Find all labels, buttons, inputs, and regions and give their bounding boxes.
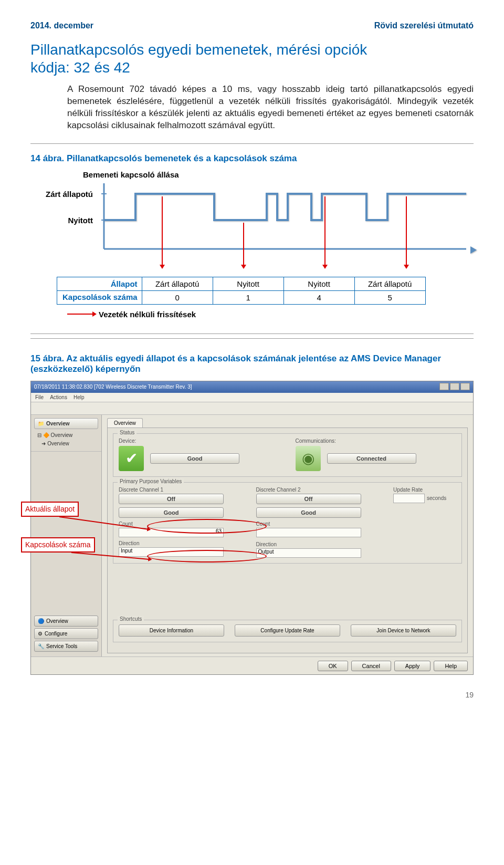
x-axis-arrow-icon [470, 246, 477, 254]
separator [30, 143, 474, 144]
folder-icon: 📁 [38, 421, 44, 426]
figure14-caption: 14 ábra. Pillanatkapcsolós bemenetek és … [30, 153, 474, 164]
group-title-status: Status [118, 430, 136, 435]
label-count2: Count [256, 521, 378, 527]
window-buttons[interactable] [438, 383, 470, 391]
title-line-2: kódja: 32 és 42 [30, 59, 130, 76]
separator [30, 334, 474, 334]
label-seconds: seconds [427, 495, 446, 501]
comm-status-value: Connected [327, 453, 416, 464]
tree-node-2[interactable]: Overview [47, 441, 69, 446]
btn-label: Overview [46, 618, 68, 624]
overview-icon: 🔵 [38, 618, 44, 624]
ch2-good: Good [256, 507, 361, 518]
figure14-chart: Zárt állapotú Nyitott [30, 183, 474, 262]
cell-state-0: Zárt állapotú [142, 277, 213, 290]
header-title: Rövid szerelési útmutató [374, 21, 474, 30]
shortcut-device-info[interactable]: Device Information [119, 624, 224, 637]
tab-overview[interactable]: Overview [107, 418, 143, 428]
figure15-container: Aktuális állapot Kapcsolások száma 07/18… [30, 381, 474, 675]
state-table: Állapot Zárt állapotú Nyitott Nyitott Zá… [57, 277, 426, 305]
btn-label: Service Tools [46, 643, 77, 649]
check-icon: ✔ [119, 446, 144, 471]
menu-file[interactable]: File [35, 394, 44, 400]
sidebar-tree[interactable]: ⊟ 🔶 Overview ➜ Overview [34, 431, 98, 448]
help-button[interactable]: Help [434, 661, 468, 671]
sidebar-btn-service[interactable]: 🔧Service Tools [34, 641, 98, 652]
chart-axes [104, 183, 471, 252]
wifi-icon: ◉ [296, 446, 321, 471]
maximize-icon[interactable] [450, 383, 459, 390]
close-icon[interactable] [460, 383, 470, 390]
cell-count-2: 4 [284, 290, 354, 304]
label-dir1: Direction [119, 540, 240, 546]
header-date: 2014. december [30, 21, 93, 30]
update-marker-3 [324, 196, 326, 265]
btn-label: Configure [45, 631, 67, 637]
toolbar[interactable] [31, 402, 473, 415]
group-status: Status Device: ✔ Good Communications: [113, 433, 462, 477]
label-device: Device: [119, 438, 280, 444]
main-area: 📁 Overview ⊟ 🔶 Overview ➜ Overview 🔵Over… [31, 415, 473, 656]
ch1-off: Off [119, 494, 224, 504]
annotation-count: Kapcsolások száma [21, 537, 95, 553]
legend-arrow-icon [67, 314, 93, 315]
panel: Status Device: ✔ Good Communications: [107, 428, 468, 653]
cell-count-0: 0 [142, 290, 213, 304]
ok-button[interactable]: OK [318, 661, 348, 671]
content-area: Overview Status Device: ✔ Good [102, 415, 473, 656]
section-title: Pillanatkapcsolós egyedi bemenetek, méré… [30, 41, 474, 76]
title-line-1: Pillanatkapcsolós egyedi bemenetek, méré… [30, 41, 367, 58]
figure15-caption: 15 ábra. Az aktuális egyedi állapot és a… [30, 353, 474, 374]
y-label-closed: Zárt állapotú [46, 190, 93, 199]
sidebar-header-label: Overview [46, 421, 69, 426]
label-dir2: Direction [256, 541, 378, 547]
table-row: Kapcsolások száma 0 1 4 5 [57, 290, 426, 304]
group-title-ppv: Primary Purpose Variables [118, 478, 184, 484]
dir2-value[interactable]: Output [256, 548, 361, 558]
sidebar-btn-overview[interactable]: 🔵Overview [34, 616, 98, 627]
cell-state-1: Nyitott [213, 277, 284, 290]
separator [30, 338, 474, 339]
cell-count-1: 1 [213, 290, 284, 304]
sidebar-btn-configure[interactable]: ⚙Configure [34, 628, 98, 639]
row-hdr-state: Állapot [57, 277, 142, 290]
count2-value[interactable] [256, 528, 361, 537]
dialog-buttons: OK Cancel Apply Help [31, 656, 473, 675]
window-titlebar[interactable]: 07/18/2011 11:38:02.830 [702 Wireless Di… [31, 381, 473, 393]
channel-2-col: Discrete Channel 2 Off Good Count Direct… [256, 487, 378, 558]
wrench-icon: 🔧 [38, 643, 44, 649]
tree-node-1[interactable]: Overview [51, 432, 73, 438]
legend: Vezeték nélküli frissítések [67, 310, 474, 319]
cancel-button[interactable]: Cancel [351, 661, 391, 671]
annotation-state: Aktuális állapot [21, 502, 79, 517]
minimize-icon[interactable] [439, 383, 449, 390]
figure14-sublabel: Bemeneti kapcsoló állása [83, 170, 474, 179]
menu-help[interactable]: Help [74, 394, 85, 400]
label-comm: Communications: [296, 438, 457, 444]
device-status-value: Good [150, 453, 239, 464]
table-row: Állapot Zárt állapotú Nyitott Nyitott Zá… [57, 277, 426, 290]
update-marker-2 [243, 223, 244, 265]
menubar[interactable]: File Actions Help [31, 393, 473, 402]
window-title: 07/18/2011 11:38:02.830 [702 Wireless Di… [34, 384, 192, 390]
menu-actions[interactable]: Actions [50, 394, 67, 400]
shortcut-config-update[interactable]: Configure Update Rate [235, 624, 340, 637]
body-paragraph: A Rosemount 702 távadó képes a 10 ms, va… [67, 84, 474, 132]
apply-button[interactable]: Apply [394, 661, 431, 671]
label-ch1: Discrete Channel 1 [119, 487, 240, 493]
label-ch2: Discrete Channel 2 [256, 487, 378, 493]
update-marker-4 [406, 196, 407, 265]
y-label-open: Nyitott [68, 216, 93, 225]
update-rate-value[interactable] [393, 494, 425, 503]
update-rate-col: Update Rate seconds [393, 487, 456, 558]
ch1-good: Good [119, 507, 224, 518]
ch2-off: Off [256, 494, 361, 504]
row-hdr-count: Kapcsolások száma [57, 290, 142, 304]
page-header: 2014. december Rövid szerelési útmutató [30, 21, 474, 30]
shortcut-join-network[interactable]: Join Device to Network [351, 624, 456, 637]
cell-state-2: Nyitott [284, 277, 354, 290]
label-update-rate: Update Rate [393, 487, 456, 493]
sidebar-header[interactable]: 📁 Overview [34, 418, 98, 429]
sidebar: 📁 Overview ⊟ 🔶 Overview ➜ Overview 🔵Over… [31, 415, 102, 656]
